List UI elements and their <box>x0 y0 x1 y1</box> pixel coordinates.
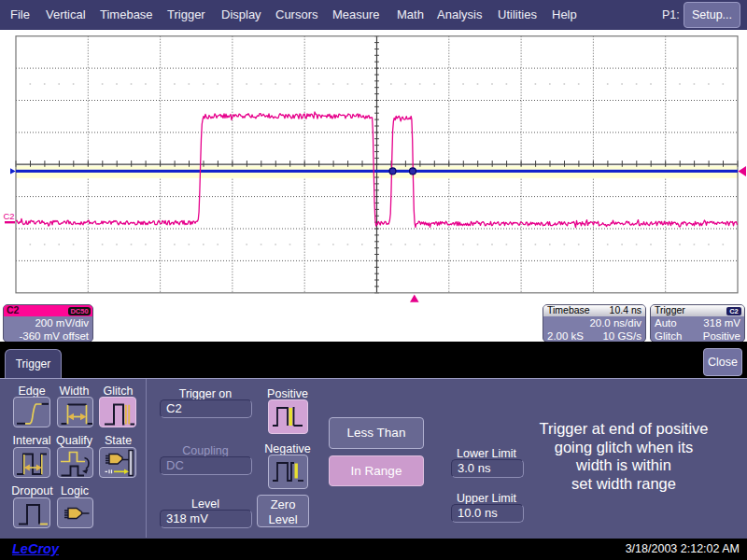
svg-text:C2: C2 <box>4 211 15 221</box>
